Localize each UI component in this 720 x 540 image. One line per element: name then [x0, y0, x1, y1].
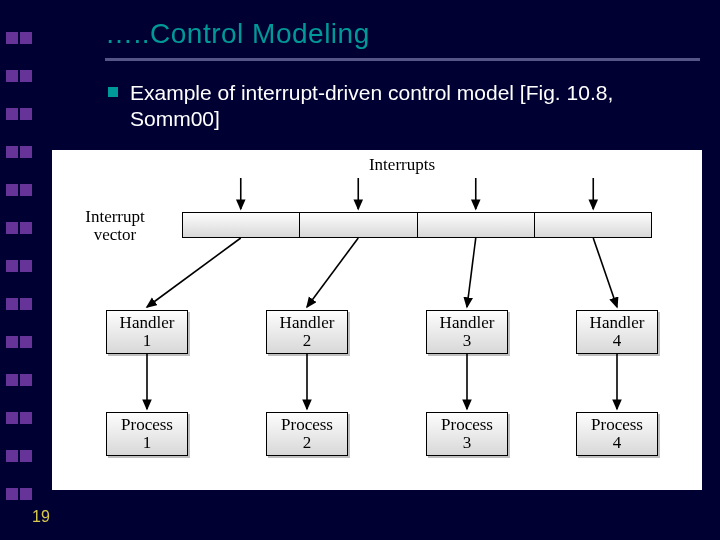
- diagram-panel: Interrupts Interrupt vector Handler 1Pro…: [52, 150, 702, 490]
- side-square: [6, 374, 18, 386]
- side-square: [20, 184, 32, 196]
- side-square: [6, 260, 18, 272]
- side-square: [20, 336, 32, 348]
- side-square: [20, 32, 32, 44]
- svg-line-6: [307, 238, 358, 307]
- svg-line-8: [467, 238, 476, 307]
- svg-line-4: [147, 238, 241, 307]
- side-square: [20, 298, 32, 310]
- bullet-text: Example of interrupt-driven control mode…: [130, 80, 668, 133]
- side-square: [6, 70, 18, 82]
- slide: …..Control Modeling Example of interrupt…: [0, 0, 720, 540]
- side-square: [20, 70, 32, 82]
- title-underline: [105, 58, 700, 61]
- side-square: [6, 412, 18, 424]
- side-square: [20, 260, 32, 272]
- side-square: [6, 32, 18, 44]
- side-square: [6, 222, 18, 234]
- bullet-icon: [108, 87, 118, 97]
- slide-title: …..Control Modeling: [105, 18, 370, 50]
- side-square: [20, 488, 32, 500]
- side-square: [6, 488, 18, 500]
- bullet-item: Example of interrupt-driven control mode…: [108, 80, 668, 133]
- side-square: [6, 450, 18, 462]
- side-square: [6, 108, 18, 120]
- page-number: 19: [32, 508, 50, 526]
- side-square: [6, 146, 18, 158]
- svg-line-10: [593, 238, 617, 307]
- diagram-arrows: [52, 150, 702, 490]
- side-square: [20, 108, 32, 120]
- side-square: [6, 184, 18, 196]
- side-square: [20, 450, 32, 462]
- side-square: [6, 298, 18, 310]
- side-square: [20, 412, 32, 424]
- side-decoration: [0, 0, 36, 540]
- side-square: [20, 222, 32, 234]
- side-square: [20, 146, 32, 158]
- side-square: [20, 374, 32, 386]
- side-square: [6, 336, 18, 348]
